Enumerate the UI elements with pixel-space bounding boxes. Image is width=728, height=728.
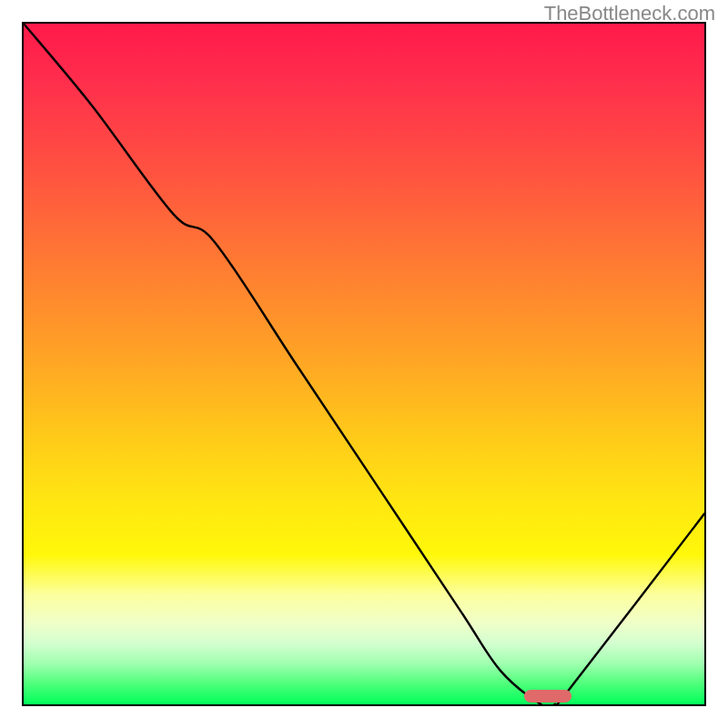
plot-area bbox=[22, 22, 706, 706]
watermark-label: TheBottleneck.com bbox=[544, 2, 715, 25]
bottleneck-curve bbox=[24, 24, 704, 704]
chart-container: TheBottleneck.com bbox=[0, 0, 728, 728]
optimum-marker bbox=[524, 690, 571, 703]
